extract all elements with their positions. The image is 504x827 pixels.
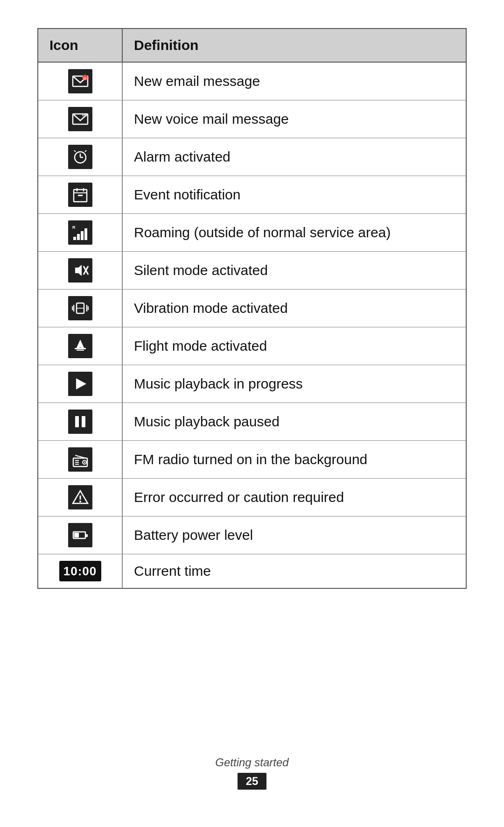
fm-radio-icon bbox=[38, 441, 122, 479]
icon-definition-table: Icon Definition @ New email message oo N… bbox=[37, 28, 467, 589]
definition-cell: New voice mail message bbox=[122, 100, 466, 138]
definition-cell: Error occurred or caution required bbox=[122, 479, 466, 516]
roaming-icon: R bbox=[38, 214, 122, 252]
event-notification-icon-box bbox=[68, 183, 92, 207]
new-voicemail-icon-box: oo bbox=[68, 107, 92, 131]
svg-rect-18 bbox=[81, 231, 84, 240]
definition-cell: Event notification bbox=[122, 176, 466, 214]
page-footer: Getting started 25 bbox=[37, 728, 467, 790]
error-icon bbox=[38, 479, 122, 516]
new-email-icon: @ bbox=[38, 62, 122, 100]
svg-rect-30 bbox=[77, 350, 84, 351]
fm-radio-icon-box bbox=[68, 447, 92, 472]
table-row: R Roaming (outside of normal service are… bbox=[38, 214, 466, 252]
definition-column-header: Definition bbox=[122, 29, 466, 62]
svg-rect-19 bbox=[84, 228, 87, 240]
definition-cell: Roaming (outside of normal service area) bbox=[122, 214, 466, 252]
icon-column-header: Icon bbox=[38, 29, 122, 62]
svg-rect-16 bbox=[73, 237, 76, 240]
svg-text:oo: oo bbox=[82, 113, 87, 117]
svg-line-9 bbox=[85, 150, 86, 152]
table-row: Error occurred or caution required bbox=[38, 479, 466, 516]
svg-text:R: R bbox=[72, 225, 76, 230]
silent-mode-icon bbox=[38, 252, 122, 290]
time-icon: 10:00 bbox=[38, 554, 122, 588]
flight-mode-icon-box bbox=[68, 334, 92, 358]
table-header-row: Icon Definition bbox=[38, 29, 466, 62]
table-row: Event notification bbox=[38, 176, 466, 214]
new-voicemail-icon: oo bbox=[38, 100, 122, 138]
definition-cell: Music playback in progress bbox=[122, 365, 466, 403]
flight-mode-icon bbox=[38, 327, 122, 365]
table-row: FM radio turned on in the background bbox=[38, 441, 466, 479]
vibration-mode-icon bbox=[38, 290, 122, 327]
music-pause-icon-box bbox=[68, 410, 92, 434]
table-row: Flight mode activated bbox=[38, 327, 466, 365]
svg-rect-29 bbox=[75, 348, 86, 349]
definition-cell: Alarm activated bbox=[122, 138, 466, 176]
table-row: Music playback paused bbox=[38, 403, 466, 441]
definition-cell: Silent mode activated bbox=[122, 252, 466, 290]
definition-cell: Flight mode activated bbox=[122, 327, 466, 365]
svg-text:@: @ bbox=[83, 76, 87, 80]
event-notification-icon bbox=[38, 176, 122, 214]
silent-mode-icon-box bbox=[68, 258, 92, 283]
definition-cell: Music playback paused bbox=[122, 403, 466, 441]
table-row: Battery power level bbox=[38, 516, 466, 554]
music-play-icon-box bbox=[68, 372, 92, 396]
page-number: 25 bbox=[238, 773, 267, 790]
definition-cell: FM radio turned on in the background bbox=[122, 441, 466, 479]
alarm-icon bbox=[38, 138, 122, 176]
roaming-icon-box: R bbox=[68, 220, 92, 245]
definition-cell: Current time bbox=[122, 554, 466, 588]
time-display-icon: 10:00 bbox=[59, 561, 101, 581]
svg-rect-33 bbox=[82, 416, 85, 427]
table-row: 10:00Current time bbox=[38, 554, 466, 588]
table-row: oo New voice mail message bbox=[38, 100, 466, 138]
new-email-icon-box: @ bbox=[68, 69, 92, 93]
error-icon-box bbox=[68, 485, 92, 509]
table-row: Silent mode activated bbox=[38, 252, 466, 290]
svg-rect-46 bbox=[74, 533, 79, 537]
battery-icon-box bbox=[68, 523, 92, 547]
music-play-icon bbox=[38, 365, 122, 403]
svg-rect-45 bbox=[85, 534, 88, 537]
music-pause-icon bbox=[38, 403, 122, 441]
definition-cell: New email message bbox=[122, 62, 466, 100]
svg-marker-31 bbox=[76, 378, 86, 389]
table-row: Music playback in progress bbox=[38, 365, 466, 403]
vibration-mode-icon-box bbox=[68, 296, 92, 320]
svg-point-37 bbox=[84, 462, 85, 463]
table-row: Vibration mode activated bbox=[38, 290, 466, 327]
section-label: Getting started bbox=[37, 756, 467, 769]
svg-rect-32 bbox=[75, 416, 79, 427]
svg-rect-14 bbox=[78, 195, 83, 196]
svg-point-43 bbox=[79, 501, 81, 502]
svg-rect-17 bbox=[77, 234, 80, 240]
svg-marker-20 bbox=[75, 265, 82, 276]
svg-line-8 bbox=[74, 150, 76, 152]
table-row: Alarm activated bbox=[38, 138, 466, 176]
table-row: @ New email message bbox=[38, 62, 466, 100]
battery-icon bbox=[38, 516, 122, 554]
alarm-icon-box bbox=[68, 145, 92, 169]
definition-cell: Vibration mode activated bbox=[122, 290, 466, 327]
definition-cell: Battery power level bbox=[122, 516, 466, 554]
